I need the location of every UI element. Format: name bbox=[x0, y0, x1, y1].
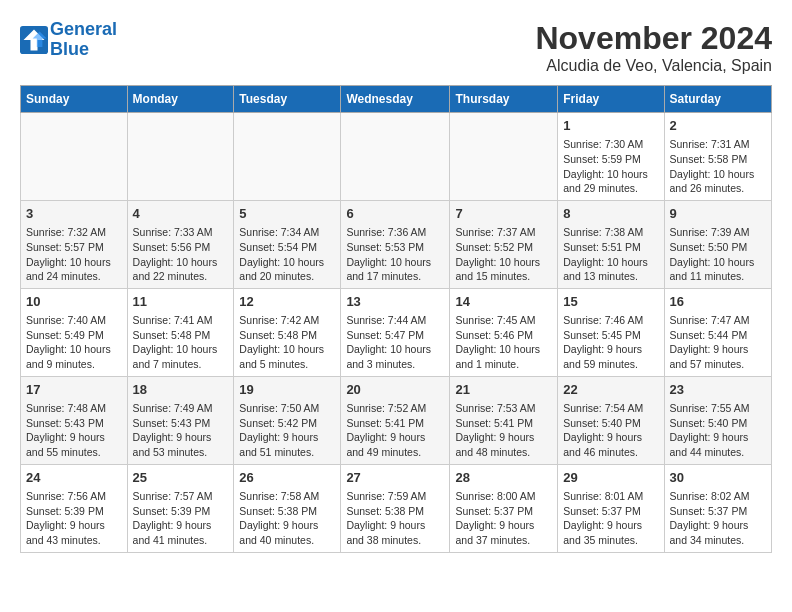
title-block: November 2024 Alcudia de Veo, Valencia, … bbox=[535, 20, 772, 75]
calendar-cell: 14Sunrise: 7:45 AM Sunset: 5:46 PM Dayli… bbox=[450, 288, 558, 376]
calendar-cell: 26Sunrise: 7:58 AM Sunset: 5:38 PM Dayli… bbox=[234, 464, 341, 552]
calendar-cell: 24Sunrise: 7:56 AM Sunset: 5:39 PM Dayli… bbox=[21, 464, 128, 552]
day-number: 23 bbox=[670, 381, 767, 399]
day-number: 26 bbox=[239, 469, 335, 487]
day-number: 12 bbox=[239, 293, 335, 311]
calendar-cell: 11Sunrise: 7:41 AM Sunset: 5:48 PM Dayli… bbox=[127, 288, 234, 376]
day-info: Sunrise: 7:56 AM Sunset: 5:39 PM Dayligh… bbox=[26, 489, 122, 548]
day-info: Sunrise: 8:00 AM Sunset: 5:37 PM Dayligh… bbox=[455, 489, 552, 548]
day-number: 8 bbox=[563, 205, 658, 223]
weekday-header-row: SundayMondayTuesdayWednesdayThursdayFrid… bbox=[21, 86, 772, 113]
calendar-cell: 5Sunrise: 7:34 AM Sunset: 5:54 PM Daylig… bbox=[234, 200, 341, 288]
day-info: Sunrise: 7:54 AM Sunset: 5:40 PM Dayligh… bbox=[563, 401, 658, 460]
calendar-cell: 1Sunrise: 7:30 AM Sunset: 5:59 PM Daylig… bbox=[558, 113, 664, 201]
week-row-4: 24Sunrise: 7:56 AM Sunset: 5:39 PM Dayli… bbox=[21, 464, 772, 552]
day-info: Sunrise: 7:46 AM Sunset: 5:45 PM Dayligh… bbox=[563, 313, 658, 372]
logo-icon bbox=[20, 26, 48, 54]
day-number: 29 bbox=[563, 469, 658, 487]
calendar-cell: 9Sunrise: 7:39 AM Sunset: 5:50 PM Daylig… bbox=[664, 200, 772, 288]
day-number: 5 bbox=[239, 205, 335, 223]
calendar-cell: 6Sunrise: 7:36 AM Sunset: 5:53 PM Daylig… bbox=[341, 200, 450, 288]
day-number: 9 bbox=[670, 205, 767, 223]
day-number: 25 bbox=[133, 469, 229, 487]
calendar-cell: 29Sunrise: 8:01 AM Sunset: 5:37 PM Dayli… bbox=[558, 464, 664, 552]
calendar-cell: 27Sunrise: 7:59 AM Sunset: 5:38 PM Dayli… bbox=[341, 464, 450, 552]
calendar-cell: 23Sunrise: 7:55 AM Sunset: 5:40 PM Dayli… bbox=[664, 376, 772, 464]
day-number: 17 bbox=[26, 381, 122, 399]
calendar-cell: 25Sunrise: 7:57 AM Sunset: 5:39 PM Dayli… bbox=[127, 464, 234, 552]
day-info: Sunrise: 7:55 AM Sunset: 5:40 PM Dayligh… bbox=[670, 401, 767, 460]
logo-line2: Blue bbox=[50, 40, 117, 60]
calendar-cell: 4Sunrise: 7:33 AM Sunset: 5:56 PM Daylig… bbox=[127, 200, 234, 288]
day-info: Sunrise: 7:30 AM Sunset: 5:59 PM Dayligh… bbox=[563, 137, 658, 196]
day-info: Sunrise: 8:02 AM Sunset: 5:37 PM Dayligh… bbox=[670, 489, 767, 548]
calendar-table: SundayMondayTuesdayWednesdayThursdayFrid… bbox=[20, 85, 772, 553]
weekday-header-sunday: Sunday bbox=[21, 86, 128, 113]
day-number: 7 bbox=[455, 205, 552, 223]
calendar-body: 1Sunrise: 7:30 AM Sunset: 5:59 PM Daylig… bbox=[21, 113, 772, 553]
calendar-cell: 2Sunrise: 7:31 AM Sunset: 5:58 PM Daylig… bbox=[664, 113, 772, 201]
week-row-2: 10Sunrise: 7:40 AM Sunset: 5:49 PM Dayli… bbox=[21, 288, 772, 376]
day-info: Sunrise: 7:58 AM Sunset: 5:38 PM Dayligh… bbox=[239, 489, 335, 548]
day-number: 15 bbox=[563, 293, 658, 311]
day-info: Sunrise: 8:01 AM Sunset: 5:37 PM Dayligh… bbox=[563, 489, 658, 548]
day-info: Sunrise: 7:39 AM Sunset: 5:50 PM Dayligh… bbox=[670, 225, 767, 284]
calendar-cell: 19Sunrise: 7:50 AM Sunset: 5:42 PM Dayli… bbox=[234, 376, 341, 464]
weekday-header-wednesday: Wednesday bbox=[341, 86, 450, 113]
day-info: Sunrise: 7:38 AM Sunset: 5:51 PM Dayligh… bbox=[563, 225, 658, 284]
day-info: Sunrise: 7:50 AM Sunset: 5:42 PM Dayligh… bbox=[239, 401, 335, 460]
calendar-cell: 7Sunrise: 7:37 AM Sunset: 5:52 PM Daylig… bbox=[450, 200, 558, 288]
day-number: 10 bbox=[26, 293, 122, 311]
day-info: Sunrise: 7:48 AM Sunset: 5:43 PM Dayligh… bbox=[26, 401, 122, 460]
calendar-cell: 22Sunrise: 7:54 AM Sunset: 5:40 PM Dayli… bbox=[558, 376, 664, 464]
day-number: 22 bbox=[563, 381, 658, 399]
day-number: 13 bbox=[346, 293, 444, 311]
day-number: 1 bbox=[563, 117, 658, 135]
day-info: Sunrise: 7:42 AM Sunset: 5:48 PM Dayligh… bbox=[239, 313, 335, 372]
week-row-0: 1Sunrise: 7:30 AM Sunset: 5:59 PM Daylig… bbox=[21, 113, 772, 201]
day-number: 2 bbox=[670, 117, 767, 135]
calendar-cell: 21Sunrise: 7:53 AM Sunset: 5:41 PM Dayli… bbox=[450, 376, 558, 464]
calendar-cell: 18Sunrise: 7:49 AM Sunset: 5:43 PM Dayli… bbox=[127, 376, 234, 464]
weekday-header-thursday: Thursday bbox=[450, 86, 558, 113]
calendar-cell: 13Sunrise: 7:44 AM Sunset: 5:47 PM Dayli… bbox=[341, 288, 450, 376]
calendar-cell: 12Sunrise: 7:42 AM Sunset: 5:48 PM Dayli… bbox=[234, 288, 341, 376]
day-number: 19 bbox=[239, 381, 335, 399]
weekday-header-friday: Friday bbox=[558, 86, 664, 113]
calendar-cell bbox=[21, 113, 128, 201]
day-info: Sunrise: 7:57 AM Sunset: 5:39 PM Dayligh… bbox=[133, 489, 229, 548]
day-info: Sunrise: 7:59 AM Sunset: 5:38 PM Dayligh… bbox=[346, 489, 444, 548]
day-number: 27 bbox=[346, 469, 444, 487]
location-title: Alcudia de Veo, Valencia, Spain bbox=[535, 57, 772, 75]
day-info: Sunrise: 7:36 AM Sunset: 5:53 PM Dayligh… bbox=[346, 225, 444, 284]
day-number: 11 bbox=[133, 293, 229, 311]
logo-line1: General bbox=[50, 19, 117, 39]
calendar-cell bbox=[341, 113, 450, 201]
weekday-header-saturday: Saturday bbox=[664, 86, 772, 113]
day-info: Sunrise: 7:47 AM Sunset: 5:44 PM Dayligh… bbox=[670, 313, 767, 372]
weekday-header-monday: Monday bbox=[127, 86, 234, 113]
day-info: Sunrise: 7:41 AM Sunset: 5:48 PM Dayligh… bbox=[133, 313, 229, 372]
calendar-cell: 28Sunrise: 8:00 AM Sunset: 5:37 PM Dayli… bbox=[450, 464, 558, 552]
day-info: Sunrise: 7:34 AM Sunset: 5:54 PM Dayligh… bbox=[239, 225, 335, 284]
calendar-cell: 3Sunrise: 7:32 AM Sunset: 5:57 PM Daylig… bbox=[21, 200, 128, 288]
calendar-cell bbox=[450, 113, 558, 201]
day-number: 30 bbox=[670, 469, 767, 487]
day-number: 14 bbox=[455, 293, 552, 311]
calendar-cell: 17Sunrise: 7:48 AM Sunset: 5:43 PM Dayli… bbox=[21, 376, 128, 464]
day-info: Sunrise: 7:31 AM Sunset: 5:58 PM Dayligh… bbox=[670, 137, 767, 196]
logo: General Blue bbox=[20, 20, 117, 60]
calendar-cell: 8Sunrise: 7:38 AM Sunset: 5:51 PM Daylig… bbox=[558, 200, 664, 288]
day-info: Sunrise: 7:49 AM Sunset: 5:43 PM Dayligh… bbox=[133, 401, 229, 460]
week-row-3: 17Sunrise: 7:48 AM Sunset: 5:43 PM Dayli… bbox=[21, 376, 772, 464]
calendar-cell bbox=[127, 113, 234, 201]
calendar-cell: 15Sunrise: 7:46 AM Sunset: 5:45 PM Dayli… bbox=[558, 288, 664, 376]
calendar-cell: 20Sunrise: 7:52 AM Sunset: 5:41 PM Dayli… bbox=[341, 376, 450, 464]
day-info: Sunrise: 7:32 AM Sunset: 5:57 PM Dayligh… bbox=[26, 225, 122, 284]
day-number: 24 bbox=[26, 469, 122, 487]
calendar-cell bbox=[234, 113, 341, 201]
day-info: Sunrise: 7:37 AM Sunset: 5:52 PM Dayligh… bbox=[455, 225, 552, 284]
day-number: 28 bbox=[455, 469, 552, 487]
header: General Blue November 2024 Alcudia de Ve… bbox=[20, 20, 772, 75]
calendar-cell: 16Sunrise: 7:47 AM Sunset: 5:44 PM Dayli… bbox=[664, 288, 772, 376]
